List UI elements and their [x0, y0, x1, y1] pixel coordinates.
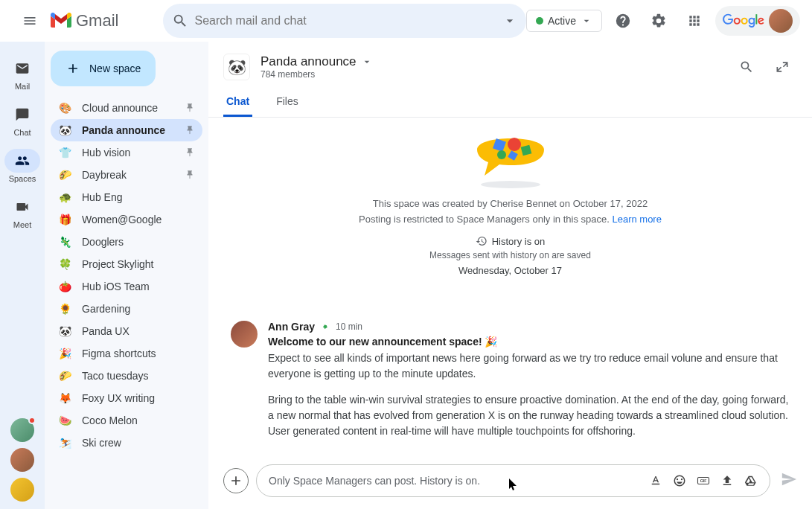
rail-mail[interactable]: Mail [0, 51, 45, 97]
main-menu-button[interactable] [12, 3, 48, 39]
svg-text:GIF: GIF [700, 478, 708, 483]
space-item[interactable]: 🐢 Hub Eng [51, 186, 202, 208]
status-chip[interactable]: Active [526, 10, 602, 32]
rail-user-1[interactable] [10, 418, 34, 442]
space-item[interactable]: 🎁 Women@Google [51, 208, 202, 231]
space-item[interactable]: 🌮 Daybreak [51, 164, 202, 186]
space-item[interactable]: 🐼 Panda UX [51, 320, 202, 342]
space-emoji: 🦎 [58, 236, 71, 248]
new-space-button[interactable]: New space [51, 51, 156, 86]
manager-badge-icon [321, 322, 330, 331]
add-attachment-button[interactable] [223, 468, 249, 493]
new-space-label: New space [89, 63, 141, 74]
space-emoji: 🌮 [58, 169, 71, 181]
space-name: Panda announce [82, 124, 174, 136]
space-item[interactable]: 🍉 Coco Melon [51, 409, 202, 432]
send-button[interactable] [781, 471, 797, 490]
spaces-sidebar: New space 🎨 Cloud announce 🐼 Panda annou… [45, 42, 208, 509]
gif-button[interactable]: GIF [697, 474, 710, 487]
rail-chat[interactable]: Chat [0, 97, 45, 143]
compose-box[interactable]: Only Space Managers can post. History is… [256, 464, 770, 497]
settings-button[interactable] [644, 6, 674, 36]
space-item[interactable]: 👕 Hub vision [51, 141, 202, 164]
meet-icon [15, 199, 30, 214]
search-bar[interactable] [163, 4, 525, 38]
tab-chat[interactable]: Chat [223, 88, 252, 117]
rail-meet[interactable]: Meet [0, 189, 45, 235]
space-search-button[interactable] [732, 52, 761, 82]
space-name: Figma shortcuts [82, 348, 195, 359]
chat-icon [15, 107, 30, 122]
search-icon [172, 13, 188, 29]
rail-user-3[interactable] [10, 478, 34, 502]
space-item[interactable]: 🎉 Figma shortcuts [51, 342, 202, 365]
history-icon [476, 235, 487, 247]
format-button[interactable] [649, 474, 662, 487]
apps-grid-icon [687, 13, 702, 28]
history-sub: Messages sent with history on are saved [429, 250, 591, 260]
search-input[interactable] [188, 14, 502, 28]
drive-button[interactable] [744, 474, 758, 487]
space-emoji: ⛷️ [58, 437, 71, 449]
chevron-down-icon[interactable] [361, 56, 373, 68]
rail-spaces[interactable]: Spaces [0, 143, 45, 189]
pin-icon [185, 125, 195, 135]
compose-placeholder: Only Space Managers can post. History is… [269, 475, 649, 487]
pin-icon [185, 147, 195, 158]
space-members: 784 members [260, 69, 373, 80]
mail-icon [15, 61, 30, 76]
apps-button[interactable] [680, 6, 709, 36]
space-name: Gardening [82, 303, 195, 315]
gmail-icon [51, 13, 71, 29]
collapse-button[interactable] [767, 52, 797, 82]
search-options-icon[interactable] [502, 13, 517, 28]
status-dot-icon [536, 17, 543, 25]
emoji-button[interactable] [673, 474, 686, 487]
space-name: Dooglers [82, 236, 195, 248]
send-icon [781, 471, 797, 487]
space-item[interactable]: 🌻 Gardening [51, 298, 202, 320]
space-item[interactable]: 🐼 Panda announce [51, 119, 202, 141]
message-avatar[interactable] [231, 321, 258, 348]
left-rail: Mail Chat Spaces Meet [0, 42, 45, 509]
help-button[interactable] [608, 6, 638, 36]
space-emoji: 🍅 [58, 281, 71, 292]
space-item[interactable]: ⛷️ Ski crew [51, 432, 202, 454]
drive-icon [744, 474, 758, 487]
rail-label: Meet [13, 220, 31, 229]
space-name: Ski crew [82, 437, 195, 449]
space-item[interactable]: 🎨 Cloud announce [51, 97, 202, 119]
space-item[interactable]: 🦊 Foxy UX writing [51, 387, 202, 409]
learn-more-link[interactable]: Learn more [612, 214, 661, 225]
tab-files[interactable]: Files [273, 88, 301, 117]
space-item[interactable]: 🍀 Project Skylight [51, 253, 202, 275]
space-item[interactable]: 🍅 Hub iOS Team [51, 275, 202, 298]
gmail-logo[interactable]: Gmail [51, 11, 118, 31]
space-name: Foxy UX writing [82, 392, 195, 404]
svg-point-2 [508, 138, 521, 151]
upload-button[interactable] [720, 474, 734, 487]
search-icon [739, 60, 754, 74]
app-name: Gmail [76, 11, 118, 31]
space-name: Hub Eng [82, 191, 195, 203]
rail-user-2[interactable] [10, 448, 34, 472]
plus-icon [228, 473, 243, 488]
created-text: This space was created by Cherise Bennet… [231, 198, 790, 209]
space-avatar: 🐼 [223, 54, 250, 80]
emoji-icon [673, 474, 686, 487]
space-title: Panda announce [260, 54, 357, 69]
space-emoji: 🎉 [58, 348, 71, 359]
space-item[interactable]: 🌮 Taco tuesdays [51, 365, 202, 387]
space-emoji: 👕 [58, 147, 71, 159]
space-emoji: 🎨 [58, 102, 71, 114]
help-icon [615, 13, 631, 29]
space-name: Project Skylight [82, 258, 195, 270]
rail-label: Mail [15, 82, 30, 91]
space-item[interactable]: 🦎 Dooglers [51, 231, 202, 253]
format-icon [649, 474, 662, 487]
message-item: Ann Gray 10 min Welcome to our new annou… [231, 321, 790, 449]
svg-point-0 [481, 181, 540, 188]
upload-icon [720, 474, 734, 487]
account-area[interactable] [715, 6, 800, 36]
space-name: Hub iOS Team [82, 281, 195, 292]
